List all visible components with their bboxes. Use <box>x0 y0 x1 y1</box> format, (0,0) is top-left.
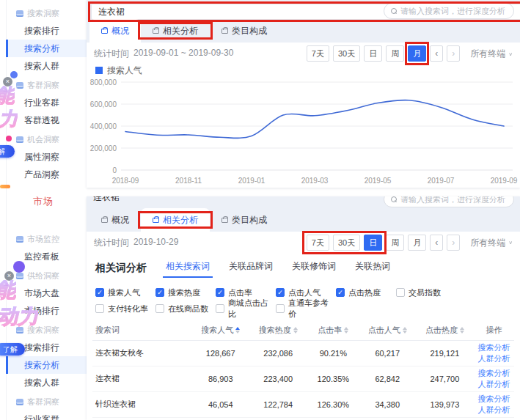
related-word-subtabs: 相关搜索词 关联品牌词 关联修饰词 关联热词 <box>166 260 390 275</box>
promo-char: 能 <box>0 86 15 105</box>
panel-top-header: 连衣裙 概况 相关分析 类目构成 <box>87 0 520 43</box>
promo-learn-button[interactable]: 解 <box>0 145 15 158</box>
sidebar-market-header[interactable]: 市场 <box>0 195 87 208</box>
next-period-button[interactable]: › <box>447 235 460 251</box>
link-crowd-analysis[interactable]: 人群分析 <box>474 379 514 390</box>
folder-chart-icon <box>16 273 23 279</box>
link-search-analysis[interactable]: 搜索分析 <box>474 394 514 405</box>
col-click-heat[interactable]: 点击热度 <box>416 321 474 340</box>
panel-bottom-toolbar: 统计时间2019-10-29 7天 30天 日 周 月 ‹ › 所有终端∨ <box>87 232 520 254</box>
tab-category-composition[interactable]: 类目构成 <box>210 19 279 43</box>
checkbox-icon <box>396 288 405 297</box>
col-click-rate[interactable]: 点击率 <box>307 321 359 340</box>
related-words-section: 相关词分析 相关搜索词 关联品牌词 关联修饰词 关联热词 <box>87 254 520 280</box>
sidebar-item-product-insight[interactable]: 产品洞察 <box>7 166 87 183</box>
svg-text:2019-07: 2019-07 <box>428 177 455 185</box>
sidebar-item-customer-view[interactable]: 客群透视 <box>7 111 87 129</box>
checkbox-click-rate[interactable]: ✓点击率 <box>216 287 276 298</box>
range-week-button[interactable]: 周 <box>386 235 404 251</box>
sidebar-group-opportunity-insight: 机会洞察 <box>7 130 87 148</box>
sort-icon[interactable] <box>403 325 407 336</box>
sidebar-item-search-crowd-2[interactable]: 搜索人群 <box>7 374 87 391</box>
sidebar-item-industry-customer-2[interactable]: 行业客群 <box>7 410 87 420</box>
promo-learn-button[interactable]: 了解 <box>0 343 25 355</box>
folder-chart-icon <box>16 82 23 89</box>
checkbox-click-popularity[interactable]: ✓点击人气 <box>276 287 336 298</box>
tab-overview[interactable]: 概况 <box>89 208 141 232</box>
terminal-dropdown[interactable]: 所有终端∨ <box>470 48 513 60</box>
svg-text:2019-03: 2019-03 <box>301 177 329 185</box>
chevron-down-icon: ∨ <box>508 51 513 56</box>
bag-icon <box>153 29 159 34</box>
checkbox-mall-click-share[interactable]: 商城点击占比 <box>216 298 276 320</box>
sort-icon[interactable] <box>460 325 464 336</box>
next-period-button[interactable]: › <box>447 45 460 62</box>
checkbox-icon <box>276 304 285 313</box>
keyword-search-box[interactable] <box>384 196 514 207</box>
panel-related-analysis: 连衣裙 概况 相关分析 类目构成 统计时间2019-10-29 7天 30天 日 <box>87 196 520 420</box>
sidebar: 搜索洞察 搜索排行 搜索分析 搜索人群 客群洞察 行业客群 客群透视 机会洞察 … <box>0 0 87 420</box>
range-month-button[interactable]: 月 <box>408 235 426 251</box>
link-search-analysis[interactable]: 搜索分析 <box>474 342 514 353</box>
checkbox-click-heat[interactable]: ✓点击热度 <box>336 287 396 298</box>
bag-icon <box>101 218 108 223</box>
prev-period-button[interactable]: ‹ <box>430 235 443 251</box>
tab-related-analysis[interactable]: 相关分析 <box>141 19 210 43</box>
col-click-popularity[interactable]: 点击人气 <box>359 321 416 340</box>
link-crowd-analysis[interactable]: 人群分析 <box>474 353 514 364</box>
subtab-brand-words[interactable]: 关联品牌词 <box>229 260 273 275</box>
tab-related-analysis[interactable]: 相关分析 <box>141 208 210 232</box>
checkbox-trade-index[interactable]: 交易指数 <box>396 287 456 298</box>
link-search-analysis[interactable]: 搜索分析 <box>474 368 514 379</box>
subtab-modifier-words[interactable]: 关联修饰词 <box>292 260 336 275</box>
table-row: 秋冬连衣裙 44,269 111,949 122.22% 30,892 125,… <box>92 417 514 420</box>
page: 搜索洞察 搜索排行 搜索分析 搜索人群 客群洞察 行业客群 客群透视 机会洞察 … <box>0 0 520 420</box>
range-day-button[interactable]: 日 <box>364 235 382 251</box>
checkbox-search-heat[interactable]: ✓搜索热度 <box>155 287 216 298</box>
terminal-dropdown[interactable]: 所有终端∨ <box>470 237 513 249</box>
checkbox-search-popularity[interactable]: ✓搜索人气 <box>95 287 155 298</box>
prev-period-button[interactable]: ‹ <box>430 45 443 62</box>
checkbox-pay-conversion[interactable]: 支付转化率 <box>95 303 155 314</box>
range-week-button[interactable]: 周 <box>386 45 404 62</box>
sidebar-item-search-crowd[interactable]: 搜索人群 <box>7 57 87 75</box>
tab-category-composition[interactable]: 类目构成 <box>210 208 279 232</box>
range-7d-button[interactable]: 7天 <box>307 45 329 62</box>
sidebar-item-search-analysis-2[interactable]: 搜索分析 <box>6 356 87 374</box>
range-30d-button[interactable]: 30天 <box>333 45 360 62</box>
related-words-table: 搜索词 搜索人气 搜索热度 点击率 点击人气 点击热度 操作 连衣裙女秋冬 12… <box>92 321 514 420</box>
table-row: 连衣裙女秋冬 128,667 232,086 90.21% 60,217 219… <box>92 340 514 366</box>
legend-swatch <box>95 67 103 74</box>
sidebar-item-market-overview[interactable]: 市场大盘 <box>7 284 87 302</box>
cell-word: 连衣裙 <box>92 366 192 391</box>
subtab-related-search-words[interactable]: 相关搜索词 <box>166 260 210 275</box>
checkbox-ztc-ref-price[interactable]: 直通车参考价 <box>276 298 336 320</box>
promo-dot <box>10 71 18 78</box>
sort-icon[interactable] <box>344 325 348 336</box>
range-7d-button[interactable]: 7天 <box>307 235 329 251</box>
link-crowd-analysis[interactable]: 人群分析 <box>474 405 514 416</box>
col-search-heat[interactable]: 搜索热度 <box>249 321 307 340</box>
keyword-search-input[interactable] <box>400 7 507 15</box>
sidebar-item-search-analysis[interactable]: 搜索分析 <box>6 40 87 57</box>
checkbox-icon <box>95 304 104 313</box>
sort-icon[interactable] <box>235 325 240 336</box>
tab-overview[interactable]: 概况 <box>89 19 141 43</box>
table-header-row: 搜索词 搜索人气 搜索热度 点击率 点击人气 点击热度 操作 <box>92 321 514 340</box>
keyword-search-input[interactable] <box>400 196 507 204</box>
stat-time: 统计时间2019-10-29 <box>94 237 178 249</box>
search-icon <box>391 8 397 14</box>
checkbox-icon: ✓ <box>155 288 164 297</box>
col-search-popularity[interactable]: 搜索人气 <box>192 321 249 340</box>
sidebar-item-industry-customer[interactable]: 行业客群 <box>7 94 87 111</box>
range-30d-button[interactable]: 30天 <box>333 235 360 251</box>
sidebar-item-search-ranking[interactable]: 搜索排行 <box>7 22 87 40</box>
sidebar-item-attribute-insight[interactable]: 属性洞察 <box>7 148 87 166</box>
range-month-button[interactable]: 月 <box>408 45 426 62</box>
folder-chart-icon <box>16 236 23 243</box>
checkbox-online-products[interactable]: 在线商品数 <box>155 303 216 314</box>
subtab-hot-words[interactable]: 关联热词 <box>355 260 390 275</box>
sort-icon[interactable] <box>293 325 298 336</box>
range-day-button[interactable]: 日 <box>364 45 382 62</box>
keyword-search-box[interactable] <box>384 3 514 19</box>
